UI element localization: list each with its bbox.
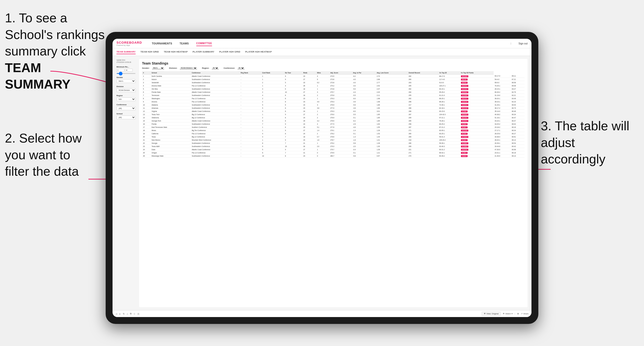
bookmark-icon[interactable]: ☆ [134,313,136,315]
table-cell-9-7: 3 [316,103,329,107]
table-cell-22-9: -2.0 [352,145,376,148]
view-original-button[interactable]: 👁 View: Original [482,312,501,316]
table-cell-5-9: -4.4 [352,91,376,94]
nav-tournaments[interactable]: TOURNAMENTS [152,41,172,46]
table-cell-20-6: 23 [302,138,316,142]
tablet-screen: SCOREBOARD Powered by clippi TOURNAMENTS… [112,39,532,317]
gender-table-select[interactable]: Men's Women's [152,67,164,69]
table-cell-5-5: 10 [284,91,302,94]
school-label: School [116,113,136,115]
table-cell-13-7: 2 [316,116,329,119]
clock-icon[interactable]: ◷ [137,313,139,315]
table-cell-3-12: 100-27-1 [438,84,460,87]
table-cell-21-3: - [240,142,261,145]
table-cell-5-2: Atlantic Coast Conference [191,91,240,94]
reload-icon[interactable]: ↻ [123,313,125,315]
table-cell-14-4: 4 [261,119,284,123]
sub-nav-player-summary[interactable]: PLAYER SUMMARY [193,50,214,54]
table-cell-0-1: North Carolina [150,75,191,78]
sidebar-filters: Update time: 27/03/2024 16:56:26 Minimum… [116,59,136,307]
col-avg-low: Avg. Low Score [376,71,408,75]
table-cell-22-8: 279.3 [329,145,352,148]
table-row: 15Georgia TechAtlantic Coast Conference-… [142,119,524,123]
conference-select[interactable]: (All) [116,107,136,110]
table-cell-17-15: 80.34 [511,129,524,132]
min-rank-to[interactable] [125,69,133,72]
home-icon[interactable]: ⌂ [127,313,128,315]
tablet-device: SCOREBOARD Powered by clippi TOURNAMENTS… [106,32,538,324]
gender-select[interactable]: Men's Women's [116,79,136,83]
sub-nav-team-h2h-heatmap[interactable]: TEAM H2H HEATMAP [164,50,188,54]
table-cell-21-8: 279.2 [329,142,352,145]
watch-button[interactable]: 👁 Watch ▾ [503,313,512,315]
division-pill: Division: NCAA Division I [169,67,197,69]
table-cell-20-11: 218 [408,138,438,142]
table-cell-24-9: -5.1 [352,151,376,154]
table-cell-8-1: Arizona [150,100,191,103]
table-cell-18-15: 80.27 [511,132,524,135]
table-cell-22-13: 11-38-2 [460,145,494,148]
table-cell-25-8: 280.7 [329,154,352,158]
sub-nav-player-h2h-heatmap[interactable]: PLAYER H2H HEATMAP [245,50,272,54]
share-button[interactable]: ↗ Share [521,313,528,315]
table-cell-13-3: - [240,116,261,119]
region-select[interactable]: N/A All [116,97,136,101]
grid-icon-button[interactable]: ⊞ [517,313,519,315]
copy-icon[interactable]: ⧉ [130,312,132,315]
table-cell-4-3: - [240,87,261,91]
table-cell-1-1: Auburn [150,78,191,81]
sub-nav-team-h2h-grid[interactable]: TEAM H2H GRID [140,50,159,54]
table-cell-4-4: 3 [261,87,284,91]
min-rank-range [116,69,136,72]
table-cell-20-1: New Mexico [150,138,191,142]
back-icon[interactable]: ◁ [116,313,117,315]
nav-teams[interactable]: TEAMS [180,41,189,46]
table-cell-17-9: -1.4 [352,129,376,132]
min-rank-slider[interactable] [116,73,136,74]
sub-nav-player-h2h-grid[interactable]: PLAYER H2H GRID [219,50,240,54]
table-cell-14-7: 4.2 [316,119,329,123]
nav-committee[interactable]: COMMITTEE [196,41,212,46]
gender-pill: Gender: Men's Women's [142,67,164,69]
table-cell-16-10: 1.55 [376,126,408,129]
table-cell-25-2: Southeastern Conference [191,154,240,158]
table-cell-13-10: 1.85 [376,116,408,119]
table-cell-12-0: 13 [142,113,150,116]
table-cell-2-1: Vanderbilt [150,81,191,84]
gender-label: Gender [116,76,136,79]
table-cell-4-0: 5 [142,87,150,91]
division-table-select[interactable]: NCAA Division I [180,67,197,69]
table-cell-23-6: 27 [302,148,316,151]
division-select[interactable]: NCAA Division I NCAA Division II NCAA Di… [116,88,136,92]
table-cell-2-12: 91-6-0 [438,81,460,84]
table-cell-6-10: 2.11 [376,94,408,97]
instruction-2-line2: you want to [5,148,70,162]
table-cell-21-15: 80.54 [511,142,524,145]
table-cell-13-2: Big 12 Conference [191,116,240,119]
table-cell-14-13: 23-23-1 [460,119,494,123]
table-cell-11-1: Virginia [150,110,191,113]
table-cell-14-9: -6.2 [352,119,376,123]
col-rank: # [142,71,150,75]
table-cell-17-6: 27 [302,129,316,132]
table-cell-14-12: 76-26-1 [438,119,460,123]
table-cell-21-12: 59-39-1 [438,142,460,145]
region-table-select[interactable]: All [212,67,219,69]
table-cell-10-2: Southeastern Conference [191,107,240,110]
min-rank-from[interactable] [116,69,124,72]
table-cell-5-15: 82.79 [511,91,524,94]
school-select[interactable]: (All) [116,116,136,119]
conference-table-select[interactable]: All [238,67,244,69]
table-row: 7TennesseeSoutheastern Conference-481822… [142,94,524,97]
table-cell-8-14: 39-23-1 [494,100,511,103]
table-cell-24-0: 25 [142,151,150,154]
table-cell-17-13: 12-13-0 [460,129,494,132]
sub-nav-team-summary[interactable]: TEAM SUMMARY [116,50,136,54]
table-cell-18-11: 260 [408,132,438,135]
table-cell-7-8: 276.3 [329,97,352,100]
sign-out-button[interactable]: Sign out [518,42,528,45]
table-cell-24-4: 8 [261,151,284,154]
logo-area: SCOREBOARD Powered by clippi [116,41,142,46]
forward-icon[interactable]: ▷ [119,313,121,315]
table-cell-8-9: -4.6 [352,100,376,103]
